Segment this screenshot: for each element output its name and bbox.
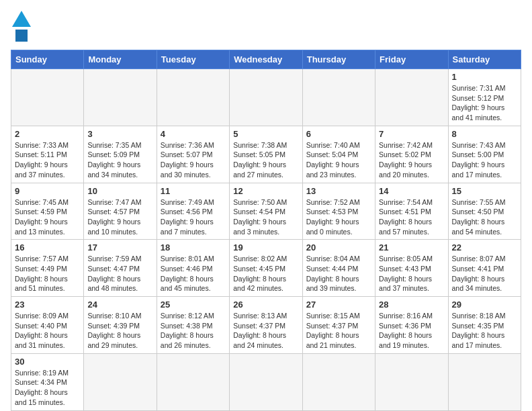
day-number: 11: [161, 186, 226, 196]
calendar-cell: 8Sunrise: 7:43 AM Sunset: 5:00 PM Daylig…: [448, 126, 521, 183]
day-number: 30: [15, 357, 80, 367]
day-info: Sunrise: 8:09 AM Sunset: 4:40 PM Dayligh…: [15, 311, 80, 351]
day-number: 27: [306, 300, 371, 310]
calendar-cell: 3Sunrise: 7:35 AM Sunset: 5:09 PM Daylig…: [84, 126, 157, 183]
day-info: Sunrise: 7:57 AM Sunset: 4:49 PM Dayligh…: [15, 254, 80, 293]
day-info: Sunrise: 7:50 AM Sunset: 4:54 PM Dayligh…: [233, 197, 298, 237]
day-number: 18: [161, 242, 226, 253]
day-info: Sunrise: 7:54 AM Sunset: 4:51 PM Dayligh…: [379, 197, 444, 237]
calendar-cell: 7Sunrise: 7:42 AM Sunset: 5:02 PM Daylig…: [375, 126, 448, 183]
day-info: Sunrise: 7:55 AM Sunset: 4:50 PM Dayligh…: [452, 197, 517, 237]
day-number: 29: [452, 300, 517, 310]
day-info: Sunrise: 7:49 AM Sunset: 4:56 PM Dayligh…: [161, 197, 226, 237]
day-info: Sunrise: 7:45 AM Sunset: 4:59 PM Dayligh…: [15, 197, 80, 237]
day-info: Sunrise: 8:15 AM Sunset: 4:37 PM Dayligh…: [306, 311, 371, 351]
calendar-cell: 5Sunrise: 7:38 AM Sunset: 5:05 PM Daylig…: [230, 126, 302, 183]
day-number: 9: [15, 186, 80, 196]
day-info: Sunrise: 7:40 AM Sunset: 5:04 PM Dayligh…: [306, 140, 371, 180]
calendar-cell: 2Sunrise: 7:33 AM Sunset: 5:11 PM Daylig…: [11, 126, 84, 183]
day-number: 2: [15, 129, 80, 139]
calendar-cell: 15Sunrise: 7:55 AM Sunset: 4:50 PM Dayli…: [448, 183, 521, 240]
calendar-cell: 28Sunrise: 8:16 AM Sunset: 4:36 PM Dayli…: [375, 297, 448, 354]
day-number: 12: [233, 186, 298, 196]
calendar-cell: 30Sunrise: 8:19 AM Sunset: 4:34 PM Dayli…: [11, 353, 84, 410]
day-number: 23: [15, 300, 80, 310]
calendar-cell: [448, 353, 521, 410]
calendar-cell: [84, 69, 157, 126]
day-info: Sunrise: 8:13 AM Sunset: 4:37 PM Dayligh…: [233, 311, 298, 351]
day-number: 16: [15, 242, 80, 253]
calendar-cell: 25Sunrise: 8:12 AM Sunset: 4:38 PM Dayli…: [157, 297, 229, 354]
day-info: Sunrise: 7:52 AM Sunset: 4:53 PM Dayligh…: [306, 197, 371, 237]
day-number: 22: [452, 242, 517, 253]
day-info: Sunrise: 7:42 AM Sunset: 5:02 PM Dayligh…: [379, 140, 444, 180]
day-info: Sunrise: 7:59 AM Sunset: 4:47 PM Dayligh…: [87, 254, 152, 293]
day-number: 10: [87, 186, 152, 196]
calendar-cell: 4Sunrise: 7:36 AM Sunset: 5:07 PM Daylig…: [157, 126, 229, 183]
weekday-header-monday: Monday: [84, 50, 157, 69]
weekday-header-saturday: Saturday: [448, 50, 521, 69]
day-info: Sunrise: 8:01 AM Sunset: 4:46 PM Dayligh…: [161, 254, 226, 293]
day-info: Sunrise: 8:18 AM Sunset: 4:35 PM Dayligh…: [452, 311, 517, 351]
day-number: 4: [161, 129, 226, 139]
logo-square-icon: [15, 30, 28, 42]
calendar-cell: [302, 353, 375, 410]
calendar-cell: [157, 69, 229, 126]
day-info: Sunrise: 8:04 AM Sunset: 4:44 PM Dayligh…: [306, 254, 371, 293]
calendar-cell: [230, 69, 302, 126]
weekday-header-wednesday: Wednesday: [230, 50, 302, 69]
day-info: Sunrise: 7:38 AM Sunset: 5:05 PM Dayligh…: [233, 140, 298, 180]
day-number: 13: [306, 186, 371, 196]
calendar-cell: 17Sunrise: 7:59 AM Sunset: 4:47 PM Dayli…: [84, 240, 157, 297]
calendar-cell: [84, 353, 157, 410]
day-number: 26: [233, 300, 298, 310]
logo: [11, 11, 38, 42]
day-number: 24: [87, 300, 152, 310]
calendar-cell: 22Sunrise: 8:07 AM Sunset: 4:41 PM Dayli…: [448, 240, 521, 297]
calendar-week-5: 23Sunrise: 8:09 AM Sunset: 4:40 PM Dayli…: [11, 297, 521, 354]
day-info: Sunrise: 8:07 AM Sunset: 4:41 PM Dayligh…: [452, 254, 517, 293]
day-number: 7: [379, 129, 444, 139]
calendar-cell: 1Sunrise: 7:31 AM Sunset: 5:12 PM Daylig…: [448, 69, 521, 126]
calendar-cell: 24Sunrise: 8:10 AM Sunset: 4:39 PM Dayli…: [84, 297, 157, 354]
calendar-cell: 14Sunrise: 7:54 AM Sunset: 4:51 PM Dayli…: [375, 183, 448, 240]
day-info: Sunrise: 8:12 AM Sunset: 4:38 PM Dayligh…: [161, 311, 226, 351]
day-number: 5: [233, 129, 298, 139]
calendar-cell: 11Sunrise: 7:49 AM Sunset: 4:56 PM Dayli…: [157, 183, 229, 240]
calendar-cell: 27Sunrise: 8:15 AM Sunset: 4:37 PM Dayli…: [302, 297, 375, 354]
calendar-cell: 9Sunrise: 7:45 AM Sunset: 4:59 PM Daylig…: [11, 183, 84, 240]
day-number: 21: [379, 242, 444, 253]
day-number: 25: [161, 300, 226, 310]
calendar-cell: 18Sunrise: 8:01 AM Sunset: 4:46 PM Dayli…: [157, 240, 229, 297]
day-number: 28: [379, 300, 444, 310]
calendar-cell: [302, 69, 375, 126]
calendar-header: SundayMondayTuesdayWednesdayThursdayFrid…: [11, 50, 521, 69]
day-number: 6: [306, 129, 371, 139]
day-number: 15: [452, 186, 517, 196]
calendar-week-4: 16Sunrise: 7:57 AM Sunset: 4:49 PM Dayli…: [11, 240, 521, 297]
day-number: 1: [452, 72, 517, 82]
calendar-cell: [375, 353, 448, 410]
day-number: 17: [87, 242, 152, 253]
calendar-cell: 13Sunrise: 7:52 AM Sunset: 4:53 PM Dayli…: [302, 183, 375, 240]
calendar-cell: [157, 353, 229, 410]
day-number: 3: [87, 129, 152, 139]
calendar-cell: [11, 69, 84, 126]
day-number: 19: [233, 242, 298, 253]
day-number: 8: [452, 129, 517, 139]
day-number: 20: [306, 242, 371, 253]
day-info: Sunrise: 8:05 AM Sunset: 4:43 PM Dayligh…: [379, 254, 444, 293]
day-info: Sunrise: 7:35 AM Sunset: 5:09 PM Dayligh…: [87, 140, 152, 180]
day-info: Sunrise: 7:43 AM Sunset: 5:00 PM Dayligh…: [452, 140, 517, 180]
calendar-body: 1Sunrise: 7:31 AM Sunset: 5:12 PM Daylig…: [11, 69, 521, 411]
day-info: Sunrise: 8:02 AM Sunset: 4:45 PM Dayligh…: [233, 254, 298, 293]
day-number: 14: [379, 186, 444, 196]
calendar-cell: 10Sunrise: 7:47 AM Sunset: 4:57 PM Dayli…: [84, 183, 157, 240]
calendar-cell: 6Sunrise: 7:40 AM Sunset: 5:04 PM Daylig…: [302, 126, 375, 183]
weekday-header-thursday: Thursday: [302, 50, 375, 69]
calendar-cell: 20Sunrise: 8:04 AM Sunset: 4:44 PM Dayli…: [302, 240, 375, 297]
calendar-cell: 26Sunrise: 8:13 AM Sunset: 4:37 PM Dayli…: [230, 297, 302, 354]
calendar-cell: [375, 69, 448, 126]
calendar-cell: 23Sunrise: 8:09 AM Sunset: 4:40 PM Dayli…: [11, 297, 84, 354]
day-info: Sunrise: 7:47 AM Sunset: 4:57 PM Dayligh…: [87, 197, 152, 237]
